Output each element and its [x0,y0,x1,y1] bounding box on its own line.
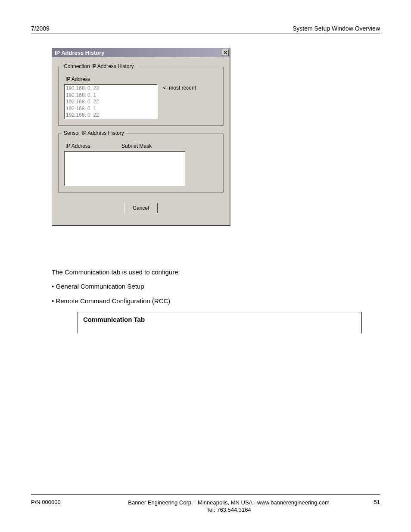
col-subnet-mask: Subnet Mask [121,143,152,149]
cancel-button[interactable]: Cancel [124,203,158,213]
ip-history-dialog: IP Address History ✕ Connection IP Addre… [52,48,230,226]
col-ip-address: IP Address [65,76,121,82]
list-item[interactable]: 192.168. 0. 1 [66,106,156,112]
header-date: 7/2009 [31,25,50,32]
footer-tel: Tel: 763.544.3164 [95,506,363,514]
intro-text: The Communication tab is used to configu… [52,267,380,277]
header-title: System Setup Window Overview [293,25,380,32]
most-recent-label: <- most recent [158,84,196,91]
list-item[interactable]: 192.168. 0. 22 [66,85,156,92]
list-item[interactable]: 192.168. 0. 22 [66,112,156,119]
footer-company: Banner Engineering Corp. - Minneapolis, … [95,499,363,507]
footer-pn: P/N 000000 [31,499,95,505]
connection-ip-listbox[interactable]: 192.168. 0. 22 192.168. 0. 1 192.168. 0.… [64,84,158,119]
group-legend: Sensor IP Address History [62,130,126,136]
close-icon[interactable]: ✕ [222,50,229,56]
page-header: 7/2009 System Setup Window Overview [31,25,380,34]
sensor-ip-listbox[interactable] [64,151,185,186]
bullet-rcc: • Remote Command Configuration (RCC) [52,296,380,306]
page-footer: P/N 000000 Banner Engineering Corp. - Mi… [31,494,380,514]
connection-history-group: Connection IP Address History IP Address… [58,67,224,126]
communication-tab-title: Communication Tab [83,316,356,323]
dialog-titlebar: IP Address History ✕ [52,48,230,57]
dialog-title: IP Address History [55,50,105,56]
footer-page-number: 51 [363,499,380,505]
list-item[interactable]: 192.168. 0. 1 [66,92,156,99]
col-ip-address: IP Address [65,143,121,149]
communication-tab-box: Communication Tab [78,312,362,333]
bullet-general: • General Communication Setup [52,281,380,291]
sensor-history-group: Sensor IP Address History IP Address Sub… [58,134,224,193]
list-item[interactable]: 192.168. 0. 22 [66,99,156,106]
body-content: The Communication tab is used to configu… [52,267,380,306]
group-legend: Connection IP Address History [62,63,136,69]
